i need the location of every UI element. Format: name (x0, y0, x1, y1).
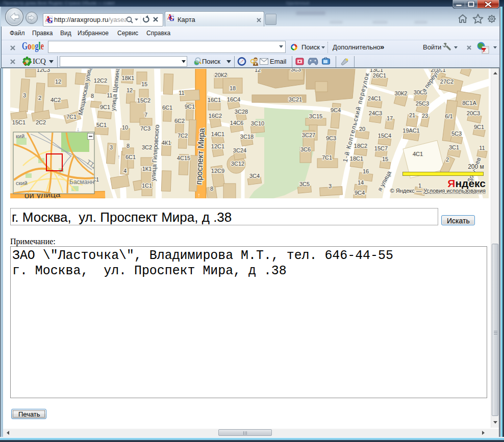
svg-text:14С1: 14С1 (211, 131, 224, 137)
svg-text:3С21: 3С21 (289, 96, 302, 102)
svg-text:9С3: 9С3 (326, 135, 336, 141)
svg-text:23: 23 (422, 113, 428, 119)
svg-text:200 м: 200 м (468, 163, 484, 170)
svg-text:27С2: 27С2 (440, 79, 453, 85)
svg-text:24С3: 24С3 (369, 110, 382, 116)
svg-text:9С1: 9С1 (100, 104, 110, 110)
svg-text:16С4: 16С4 (227, 96, 240, 102)
svg-text:20: 20 (359, 126, 365, 132)
svg-text:7С3: 7С3 (140, 125, 150, 132)
svg-text:12С3: 12С3 (37, 69, 50, 73)
svg-text:21: 21 (409, 112, 415, 118)
svg-text:5С3: 5С3 (451, 131, 462, 137)
svg-text:9С4: 9С4 (355, 190, 365, 196)
svg-text:17: 17 (387, 115, 393, 121)
svg-text:6С1: 6С1 (125, 154, 136, 160)
svg-text:15С1: 15С1 (12, 119, 26, 125)
svg-text:12: 12 (255, 69, 261, 73)
svg-text:3С4: 3С4 (249, 173, 260, 179)
svg-text:15: 15 (141, 81, 147, 87)
svg-text:2: 2 (446, 157, 449, 163)
svg-text:↓: ↓ (77, 126, 80, 132)
svg-text:15С7: 15С7 (374, 145, 388, 151)
svg-text:4С15: 4С15 (177, 155, 190, 161)
svg-text:12С9: 12С9 (211, 168, 224, 174)
svg-text:8: 8 (127, 143, 130, 149)
svg-text:16С1: 16С1 (208, 97, 221, 103)
svg-text:↑: ↑ (117, 153, 120, 160)
svg-text:6С2: 6С2 (174, 118, 185, 124)
svg-text:4: 4 (123, 168, 127, 174)
svg-text:3С10: 3С10 (251, 120, 264, 126)
svg-text:3С28: 3С28 (235, 109, 248, 115)
svg-text:© Яндекс — Условия использован: © Яндекс — Условия использования (390, 188, 486, 194)
svg-text:8: 8 (91, 93, 94, 99)
svg-text:3С6: 3С6 (300, 146, 311, 152)
svg-text:3С5: 3С5 (299, 181, 310, 187)
svg-text:4С2: 4С2 (51, 97, 61, 103)
svg-text:7: 7 (144, 112, 147, 118)
svg-text:9С4: 9С4 (331, 107, 341, 113)
svg-text:9С1: 9С1 (474, 124, 484, 130)
svg-text:9С1: 9С1 (185, 103, 195, 110)
svg-text:20С3: 20С3 (467, 110, 480, 116)
svg-text:3: 3 (23, 92, 26, 98)
svg-text:18К1: 18К1 (122, 75, 135, 81)
svg-text:18С2: 18С2 (354, 143, 367, 149)
svg-text:3: 3 (329, 183, 332, 189)
svg-text:3С12: 3С12 (231, 161, 244, 167)
svg-text:3С15: 3С15 (309, 113, 322, 119)
svg-text:8: 8 (210, 186, 213, 192)
svg-text:12: 12 (127, 87, 133, 93)
svg-text:12С1: 12С1 (211, 143, 224, 149)
svg-text:↑: ↑ (197, 192, 200, 198)
svg-text:1С1: 1С1 (142, 183, 152, 189)
svg-text:3: 3 (110, 144, 113, 150)
svg-text:20К2: 20К2 (215, 72, 228, 78)
svg-text:3С2: 3С2 (142, 144, 152, 150)
svg-text:3С1: 3С1 (449, 144, 459, 150)
svg-text:ский: ский (16, 180, 28, 186)
svg-text:2С2: 2С2 (36, 119, 46, 125)
svg-text:30К2: 30К2 (395, 90, 408, 96)
svg-text:18: 18 (230, 85, 236, 91)
svg-text:15С4: 15С4 (378, 133, 391, 139)
svg-text:24С1: 24С1 (368, 95, 381, 101)
svg-text:16: 16 (363, 168, 369, 174)
svg-text:15С2: 15С2 (137, 97, 150, 103)
svg-text:19АС1: 19АС1 (402, 127, 419, 134)
svg-text:11: 11 (179, 90, 184, 96)
svg-text:16С2: 16С2 (209, 113, 222, 119)
svg-text:3С27: 3С27 (302, 132, 315, 138)
svg-text:15: 15 (382, 156, 388, 162)
svg-text:кий: кий (16, 133, 24, 139)
svg-text:25С3: 25С3 (416, 100, 429, 107)
svg-text:3С18: 3С18 (240, 134, 254, 140)
svg-text:5С1: 5С1 (96, 122, 107, 128)
svg-text:4С1: 4С1 (413, 151, 423, 157)
svg-text:10: 10 (122, 124, 128, 131)
svg-text:6/1: 6/1 (445, 113, 452, 119)
svg-text:7С1: 7С1 (66, 114, 77, 120)
svg-text:6С1: 6С1 (162, 105, 172, 111)
svg-text:12С2: 12С2 (94, 77, 107, 84)
svg-text:14: 14 (358, 179, 364, 186)
svg-text:2: 2 (38, 95, 41, 101)
svg-text:12: 12 (55, 79, 61, 85)
svg-text:18С1: 18С1 (350, 155, 363, 162)
svg-text:8С1А: 8С1А (462, 100, 476, 106)
svg-text:11: 11 (479, 145, 485, 151)
svg-text:3С3: 3С3 (291, 69, 301, 72)
svg-text:7С2: 7С2 (178, 133, 188, 139)
svg-text:3С24: 3С24 (233, 147, 246, 153)
svg-text:14С6: 14С6 (230, 120, 243, 126)
svg-text:7С1: 7С1 (322, 154, 332, 161)
svg-text:26С1: 26С1 (373, 72, 386, 79)
svg-text:4К1: 4К1 (162, 140, 171, 146)
